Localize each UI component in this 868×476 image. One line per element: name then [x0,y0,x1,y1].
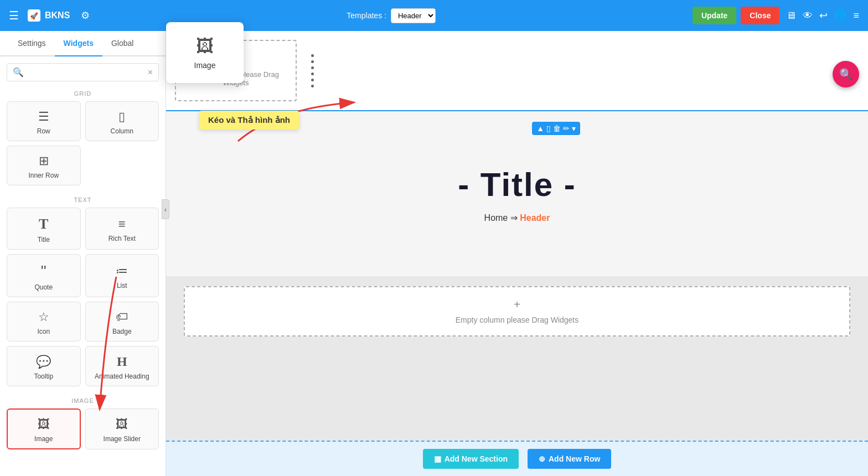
widget-image[interactable]: 🖼 Image [7,408,81,449]
main-title: - Title - [458,165,576,204]
floating-image-widget: 🖼 Image [166,22,244,83]
toolbar-move-icon[interactable]: ▲ [536,124,544,133]
inner-row-icon: ⊞ [39,154,49,168]
add-row-label: Add New Row [549,454,600,463]
widget-rich-text-label: Rich Text [108,235,136,242]
grid-section-label: GRID [0,88,166,99]
main-canvas: + Empty column please Drag Widgets - Tit… [166,31,868,476]
toolbar-edit-icon[interactable]: ✏ [563,124,570,133]
canvas-inner: + Empty column please Drag Widgets - Tit… [166,31,868,474]
search-icon: 🔍 [13,67,24,77]
widget-title[interactable]: T Title [7,208,81,250]
widget-image-slider-label: Image Slider [104,435,141,443]
toolbar-more-icon[interactable]: ▾ [572,124,576,133]
sidebar-tabs: Settings Widgets Global [0,31,166,56]
sidebar-collapse-handle[interactable]: ‹ [162,199,169,219]
collapse-icon: ‹ [164,206,167,214]
search-fab-icon: 🔍 [839,68,853,81]
drag-handle-dots[interactable] [306,31,319,110]
history-icon[interactable]: ↩ [819,9,828,22]
widget-badge[interactable]: 🏷 Badge [85,302,159,342]
update-button[interactable]: Update [693,7,736,24]
image-widget-icon: 🖼 [38,417,50,432]
eye-icon[interactable]: 👁 [803,10,813,22]
widget-tooltip-label: Tooltip [34,372,53,380]
widget-column[interactable]: ▯ Column [85,101,159,141]
bottom-section-wrapper: + Empty column please Drag Widgets [175,286,859,337]
add-section-icon: ▦ [434,454,441,463]
empty-column-box-bottom[interactable]: + Empty column please Drag Widgets [184,286,850,337]
widget-list-label: List [117,282,127,289]
tab-global[interactable]: Global [102,31,142,56]
widget-inner-row-label: Inner Row [28,172,59,179]
floating-image-icon: 🖼 [196,36,214,56]
widget-animated-heading-label: Animated Heading [95,372,149,380]
template-select[interactable]: Header Footer Page [391,8,436,23]
topbar-right: Update Close 🖥 👁 ↩ 🌐 ≡ [693,7,859,24]
widget-quote[interactable]: " Quote [7,254,81,297]
column-icon: ▯ [118,110,125,124]
drag-dot-6 [311,85,314,87]
widget-image-label: Image [34,435,53,443]
list-icon: ≔ [116,264,128,278]
drag-dot-4 [311,73,314,75]
monitor-icon[interactable]: 🖥 [786,10,796,22]
logo-image: 🚀 [30,12,38,20]
section-toolbar: ▲ ▯ 🗑 ✏ ▾ [532,122,580,135]
quote-icon: " [41,262,46,280]
network-icon[interactable]: 🌐 [834,9,846,22]
templates-label: Templates : [347,11,386,20]
hamburger-menu[interactable]: ☰ [9,9,19,22]
more-menu-icon[interactable]: ≡ [853,10,859,22]
search-input[interactable] [27,68,148,76]
widget-inner-row[interactable]: ⊞ Inner Row [7,146,81,185]
widget-tooltip[interactable]: 💬 Tooltip [7,346,81,386]
topbar-logo: 🚀 BKNS [28,9,70,22]
add-new-section-button[interactable]: ▦ Add New Section [423,449,519,469]
search-clear-button[interactable]: × [148,68,153,77]
widget-title-label: Title [38,236,50,244]
tooltip-icon: 💬 [36,355,51,369]
text-section-label: TEXT [0,194,166,205]
widget-row[interactable]: ☰ Row [7,101,81,141]
widget-image-slider[interactable]: 🖼 Image Slider [85,408,159,449]
bottom-empty-plus-icon: + [514,298,520,311]
widget-icon[interactable]: ☆ Icon [7,302,81,342]
breadcrumb: Home ⇒ Header [484,213,550,223]
image-widget-group: 🖼 Image 🖼 Image Slider [0,408,166,454]
breadcrumb-current: Header [520,213,550,223]
widget-icon-label: Icon [37,328,50,335]
icon-widget-icon: ☆ [38,310,49,324]
rich-text-icon: ≡ [118,217,126,231]
animated-heading-icon: H [117,354,127,369]
close-button[interactable]: Close [741,7,779,24]
drag-dot-2 [311,60,314,63]
widget-animated-heading[interactable]: H Animated Heading [85,346,159,386]
widget-rich-text[interactable]: ≡ Rich Text [85,208,159,250]
search-fab-button[interactable]: 🔍 [833,61,859,87]
widget-row-label: Row [37,127,50,135]
tab-widgets[interactable]: Widgets [55,31,102,56]
drag-dot-5 [311,79,314,81]
add-new-row-button[interactable]: ⊕ Add New Row [528,449,611,469]
badge-icon: 🏷 [116,310,128,324]
gear-icon[interactable]: ⚙ [81,9,90,22]
image-slider-icon: 🖼 [116,417,128,432]
add-row-icon: ⊕ [539,454,545,463]
title-section: - Title - Home ⇒ Header [166,111,868,277]
sidebar: Settings Widgets Global 🔍 × GRID ☰ Row ▯… [0,31,166,476]
tab-settings[interactable]: Settings [9,31,55,56]
topbar-center: Templates : Header Footer Page [347,8,436,23]
widget-list[interactable]: ≔ List [85,254,159,297]
footer-actions: ▦ Add New Section ⊕ Add New Row [166,441,868,476]
canvas-top-row: + Empty column please Drag Widgets [166,31,868,111]
topbar: ☰ 🚀 BKNS ⚙ Templates : Header Footer Pag… [0,0,868,31]
drag-tooltip: Kéo và Thả hình ảnh [199,111,299,130]
breadcrumb-home: Home [484,213,508,223]
toolbar-copy-icon[interactable]: ▯ [546,124,551,133]
widget-badge-label: Badge [112,328,132,335]
drag-dot-1 [311,54,314,57]
topbar-left: ☰ 🚀 BKNS ⚙ [9,9,90,22]
add-section-label: Add New Section [445,454,508,463]
toolbar-delete-icon[interactable]: 🗑 [553,124,561,133]
